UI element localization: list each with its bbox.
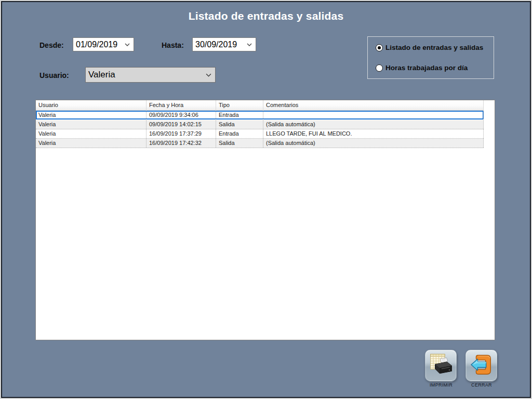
printer-spreadsheet-icon: [429, 353, 453, 379]
imprimir-button[interactable]: [425, 350, 457, 381]
cell-comentarios: LLEGO TARDE, FUI AL MEDICO.: [263, 129, 484, 138]
table-row[interactable]: Valeria 16/09/2019 17:42:32 Salida (Sali…: [36, 139, 484, 148]
radio-button-icon: [376, 44, 383, 51]
radio-button-icon: [376, 64, 383, 72]
radio-horas-trabajadas[interactable]: Horas trabajadas por día: [376, 64, 468, 72]
hasta-date-picker[interactable]: 30/09/2019: [192, 37, 256, 51]
radio-label: Listado de entradas y salidas: [385, 44, 483, 51]
cell-usuario: Valeria: [36, 129, 147, 138]
cell-tipo: Entrada: [216, 111, 263, 119]
chevron-down-icon: [125, 43, 134, 46]
grid-header-row: Usuario Fecha y Hora Tipo Comentarios: [36, 100, 484, 111]
table-row[interactable]: Valeria 09/09/2019 9:34:06 Entrada: [36, 111, 484, 120]
cell-fecha-hora: 09/09/2019 9:34:06: [147, 111, 216, 119]
cell-tipo: Entrada: [216, 129, 263, 138]
desde-date-value: 01/09/2019: [76, 40, 125, 49]
hasta-label: Hasta:: [162, 41, 184, 49]
cell-tipo: Salida: [216, 120, 263, 129]
desde-date-picker[interactable]: 01/09/2019: [73, 37, 134, 51]
hasta-date-value: 30/09/2019: [195, 40, 247, 49]
cell-tipo: Salida: [216, 139, 263, 148]
exit-arrow-icon: [470, 353, 494, 379]
page-title: Listado de entradas y salidas: [0, 10, 532, 22]
table-row[interactable]: Valeria 09/09/2019 14:02:15 Salida (Sali…: [36, 120, 484, 129]
column-header-comentarios[interactable]: Comentarios: [263, 100, 484, 110]
cell-usuario: Valeria: [36, 120, 147, 129]
entries-list-panel: Usuario Fecha y Hora Tipo Comentarios Va…: [35, 100, 495, 340]
usuario-label: Usuario:: [39, 71, 69, 79]
cell-comentarios: [263, 111, 484, 119]
usuario-dropdown[interactable]: Valeria: [85, 67, 216, 83]
column-header-usuario[interactable]: Usuario: [36, 100, 147, 110]
cell-comentarios: (Salida automática): [263, 139, 484, 148]
cerrar-button[interactable]: [466, 350, 497, 381]
column-header-fecha-hora[interactable]: Fecha y Hora: [147, 100, 216, 110]
app-frame: Listado de entradas y salidas Desde: 01/…: [0, 0, 532, 399]
cell-fecha-hora: 16/09/2019 17:42:32: [147, 139, 216, 148]
cell-fecha-hora: 09/09/2019 14:02:15: [147, 120, 216, 129]
radio-listado-entradas-salidas[interactable]: Listado de entradas y salidas: [376, 44, 483, 51]
cell-usuario: Valeria: [36, 139, 147, 148]
imprimir-button-label: IMPRIMIR: [420, 382, 462, 388]
usuario-value: Valeria: [88, 70, 206, 80]
cerrar-button-label: CERRAR: [461, 382, 502, 388]
entries-grid: Usuario Fecha y Hora Tipo Comentarios Va…: [36, 100, 484, 148]
chevron-down-icon: [206, 73, 215, 77]
cell-fecha-hora: 16/09/2019 17:37:29: [147, 129, 216, 138]
report-type-groupbox: Listado de entradas y salidas Horas trab…: [367, 36, 494, 79]
table-row[interactable]: Valeria 16/09/2019 17:37:29 Entrada LLEG…: [36, 129, 484, 139]
column-header-tipo[interactable]: Tipo: [216, 100, 263, 110]
cell-comentarios: (Salida automática): [263, 120, 484, 129]
desde-label: Desde:: [39, 41, 64, 49]
chevron-down-icon: [247, 43, 256, 46]
radio-label: Horas trabajadas por día: [385, 64, 468, 72]
cell-usuario: Valeria: [36, 111, 147, 119]
